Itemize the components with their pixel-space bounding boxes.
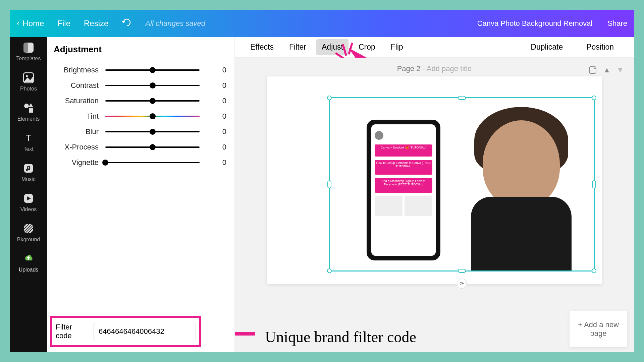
slider-thumb[interactable] [150,113,156,119]
svg-rect-7 [24,164,33,173]
filter-code-label: Filter code [56,323,87,340]
rail-uploads[interactable]: Uploads [19,252,39,273]
rail-label: Uploads [19,267,39,273]
undo-icon [122,18,132,26]
slider-value: 0 [206,143,226,152]
slider-track[interactable] [105,162,200,163]
tab-crop[interactable]: Crop [353,39,381,55]
page-title-hint[interactable]: Add page title [427,64,472,73]
canvas-area: Effects Filter Adjust Crop Flip Duplicat… [235,37,634,352]
rail-label: Videos [20,206,37,213]
rail-photos[interactable]: Photos [20,71,37,92]
slider-value: 0 [206,81,226,90]
left-rail: Templates Photos Elements T Text Music V… [10,37,47,352]
home-label: Home [22,19,44,28]
slider-thumb[interactable] [150,82,156,88]
duplicate-button[interactable]: Duplicate [525,39,568,55]
slider-vignette: Vignette0 [47,155,234,170]
add-page-button[interactable]: + Add a new page [570,311,627,347]
tab-flip[interactable]: Flip [385,39,409,55]
filter-code-input[interactable] [94,323,196,340]
page-down-icon[interactable]: ▼ [616,66,624,76]
slider-thumb[interactable] [102,160,108,166]
rail-label: Photos [20,86,37,92]
slider-track[interactable] [105,146,200,148]
resize-handle-bl[interactable] [327,268,332,273]
rail-templates[interactable]: Templates [16,41,41,62]
phone-illustration: Canva + Dropbox 🎁 [TUTORIAL] How to Grou… [367,120,440,260]
slider-thumb[interactable] [150,129,156,135]
slider-track[interactable] [105,85,200,86]
page-label[interactable]: Page 2 - Add page title [235,64,634,73]
selected-image[interactable]: Canva + Dropbox 🎁 [TUTORIAL] How to Grou… [329,97,595,272]
slider-brightness: Brightness0 [47,62,234,78]
rail-label: Elements [17,116,40,122]
slider-track[interactable] [105,69,200,71]
page-up-icon[interactable]: ▲ [603,66,610,76]
tab-effects[interactable]: Effects [245,39,279,55]
slider-value: 0 [206,112,226,121]
rail-music[interactable]: Music [21,162,36,182]
filter-code-box: Filter code [50,316,201,347]
slider-track[interactable] [105,116,200,117]
adjustment-panel: Adjustment Brightness0Contrast0Saturatio… [47,37,235,352]
svg-point-3 [26,75,28,77]
resize-menu[interactable]: Resize [84,19,108,28]
panel-title: Adjustment [47,37,234,59]
svg-rect-13 [589,67,596,73]
rail-label: Text [23,146,33,152]
body-area: Templates Photos Elements T Text Music V… [10,37,634,352]
slider-label: Contrast [55,81,99,90]
svg-text:T: T [25,133,31,143]
resize-handle-tr[interactable] [592,96,596,100]
svg-rect-5 [29,108,33,113]
canvas-scroll[interactable]: Page 2 - Add page title ▲ ▼ Canva + Dro [235,58,634,352]
home-button[interactable]: ‹ Home [17,19,44,28]
rail-elements[interactable]: Elements [17,101,40,122]
videos-icon [22,192,35,205]
slider-track[interactable] [105,100,200,102]
top-menu-bar: ‹ Home File Resize All changes saved Can… [10,10,634,37]
slider-value: 0 [206,127,226,136]
app-window: ‹ Home File Resize All changes saved Can… [10,10,634,352]
page-controls: ▲ ▼ [588,66,624,76]
save-status: All changes saved [145,19,205,28]
resize-handle-tl[interactable] [327,96,332,100]
slider-thumb[interactable] [150,144,156,150]
photo-content: Canva + Dropbox 🎁 [TUTORIAL] How to Grou… [330,98,594,270]
tab-filter[interactable]: Filter [284,39,312,55]
elements-icon [22,101,35,115]
canvas-page[interactable]: Canva + Dropbox 🎁 [TUTORIAL] How to Grou… [267,76,602,284]
page-number: Page 2 - [397,64,427,73]
svg-point-4 [24,104,29,108]
resize-handle-rm[interactable] [592,180,596,188]
text-icon: T [22,131,35,145]
slider-label: X-Process [55,143,99,152]
rail-bkground[interactable]: Bkground [17,222,40,243]
rail-label: Music [21,176,36,182]
position-button[interactable]: Position [581,39,619,55]
rail-text[interactable]: T Text [22,131,35,152]
slider-thumb[interactable] [150,98,156,104]
notes-icon[interactable] [588,66,597,76]
annotation-filter-code-text: Unique brand filter code [265,328,416,346]
resize-handle-tm[interactable] [458,96,466,100]
resize-handle-bm[interactable] [458,269,466,273]
rotate-handle[interactable]: ⟳ [457,279,467,289]
file-menu[interactable]: File [57,19,70,28]
photos-icon [22,71,35,84]
slider-thumb[interactable] [150,67,156,73]
document-title[interactable]: Canva Photo Background Removal [477,19,593,28]
undo-button[interactable] [122,18,132,28]
slider-tint: Tint0 [47,109,234,124]
share-button[interactable]: Share [601,10,634,37]
resize-handle-br[interactable] [592,268,596,273]
slider-track[interactable] [105,131,200,132]
image-tool-strip: Effects Filter Adjust Crop Flip Duplicat… [235,37,634,58]
resize-handle-lm[interactable] [327,180,331,188]
slider-xprocess: X-Process0 [47,139,234,155]
rail-videos[interactable]: Videos [20,192,37,213]
slider-label: Blur [55,127,99,136]
phone-item: Canva + Dropbox 🎁 [TUTORIAL] [375,144,432,157]
tab-adjust[interactable]: Adjust [316,39,348,55]
